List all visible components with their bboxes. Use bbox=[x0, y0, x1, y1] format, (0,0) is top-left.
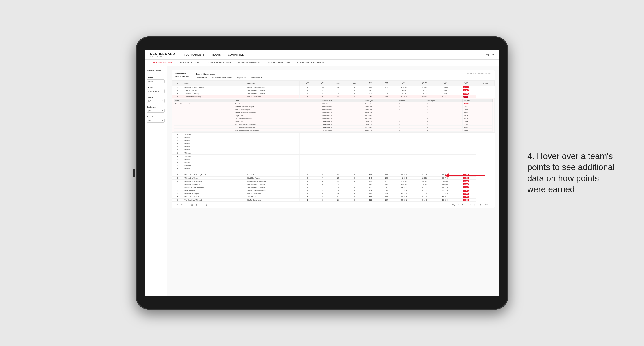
table-row[interactable]: 6Univers... bbox=[172, 136, 494, 139]
tab-team-h2h-heatmap[interactable]: TEAM H2H HEATMAP bbox=[202, 60, 235, 66]
table-row[interactable]: 20University of New MexicoMountain West … bbox=[172, 180, 494, 183]
undo-icon[interactable]: ↩ bbox=[176, 203, 178, 206]
table-row[interactable]: 14Georgia bbox=[172, 161, 494, 164]
table-row[interactable]: 13Univers... bbox=[172, 158, 494, 161]
content-area: CommitteePortal Review Team Standings Ge… bbox=[167, 66, 499, 296]
inner-table-row: OFCC Fighting Illini InvitationalNCAA Di… bbox=[174, 126, 492, 129]
col-vs50: Vs Top50 bbox=[455, 81, 476, 86]
table-row[interactable]: 16Univers... bbox=[172, 167, 494, 170]
table-row[interactable]: 3Vanderbilt University Southeastern Conf… bbox=[172, 92, 494, 95]
table-row[interactable]: 25University of North FloridaASUN Confer… bbox=[172, 195, 494, 198]
nav-teams[interactable]: TEAMS bbox=[212, 52, 221, 57]
table-row[interactable]: 1 University of North Carolina Atlantic … bbox=[172, 86, 494, 89]
school-chevron: ▾ bbox=[162, 120, 163, 122]
nav-items: TOURNAMENTS TEAMS COMMITTEE bbox=[184, 52, 482, 57]
sign-out-button[interactable]: Sign out bbox=[482, 53, 494, 56]
table-row[interactable]: 17 bbox=[172, 170, 494, 173]
table-row[interactable]: 26The Ohio State UniversityBig Ten Confe… bbox=[172, 198, 494, 202]
tab-player-h2h-grid[interactable]: PLAYER H2H GRID bbox=[264, 60, 294, 66]
conference-select[interactable]: (All) ▾ bbox=[147, 109, 165, 113]
toolbar-actions: 👁 Watch ▾ 💬 ⊞ ⤴ bbox=[462, 204, 491, 206]
points-value-22[interactable]: 88.41 bbox=[463, 186, 469, 188]
table-row[interactable]: 5Texas T... bbox=[172, 133, 494, 136]
table-row[interactable]: 23Duke UniversityAtlantic Coast Conferen… bbox=[172, 189, 494, 192]
table-row[interactable]: 11Univers... bbox=[172, 152, 494, 155]
inner-col-w-points: W Points bbox=[463, 99, 492, 102]
conference-value: (All) bbox=[148, 110, 151, 112]
division-select[interactable]: NCAA Division I ▾ bbox=[147, 89, 165, 93]
share-button[interactable]: ⤴ Share bbox=[485, 204, 491, 206]
region-select[interactable]: N/A ▾ bbox=[147, 99, 165, 103]
school-select[interactable]: (All) ▾ bbox=[147, 119, 165, 123]
points-value-3[interactable]: 90.20 bbox=[463, 93, 469, 95]
inner-col-rounds: Rounds bbox=[398, 99, 425, 102]
points-value-23[interactable]: 88.71 bbox=[463, 189, 469, 192]
copy-icon[interactable]: ⊞ bbox=[190, 203, 194, 206]
table-row[interactable]: 15East Ten... bbox=[172, 164, 494, 167]
sidebar-section-conference: Conference (All) ▾ bbox=[147, 106, 165, 113]
table-row[interactable]: 18University of California, BerkeleyPac-… bbox=[172, 173, 494, 176]
table-row[interactable]: 9Univers... bbox=[172, 145, 494, 148]
plus-icon[interactable]: ⊕ bbox=[195, 203, 198, 206]
inner-table-row: Amer Ari IntercollegiateNCAA Division IS… bbox=[174, 108, 492, 111]
redo-icon[interactable]: ↪ bbox=[180, 203, 184, 206]
nav-bar: SCOREBOARD Powered by clippi TOURNAMENTS… bbox=[145, 50, 499, 60]
points-value-2[interactable]: 93.31 bbox=[463, 89, 469, 91]
minus-icon[interactable]: − bbox=[200, 203, 203, 206]
comment-button[interactable]: 💬 bbox=[474, 204, 476, 206]
skip-icon[interactable]: ⟩ bbox=[185, 203, 188, 206]
points-value-19[interactable]: 88.70 bbox=[463, 177, 469, 179]
nav-committee[interactable]: COMMITTEE bbox=[228, 52, 244, 57]
table-row[interactable]: 21University of AlabamaSoutheastern Conf… bbox=[172, 183, 494, 186]
conference-chevron: ▾ bbox=[162, 110, 163, 112]
points-value-24[interactable]: 88.14 bbox=[463, 193, 469, 195]
clock-icon[interactable]: ⏱ bbox=[205, 203, 208, 206]
division-chevron: ▾ bbox=[162, 90, 163, 92]
col-overall: OverallRecord bbox=[414, 81, 435, 86]
tab-bar: TEAM SUMMARY TEAM H2H GRID TEAM H2H HEAT… bbox=[145, 60, 499, 66]
table-row[interactable]: 12Univers... bbox=[172, 155, 494, 158]
nav-tournaments[interactable]: TOURNAMENTS bbox=[184, 52, 204, 57]
table-row[interactable]: 10Univers... bbox=[172, 148, 494, 152]
points-value-20[interactable]: 88.49 bbox=[463, 180, 469, 182]
watch-button[interactable]: 👁 Watch ▾ bbox=[462, 204, 470, 206]
points-value-4[interactable]: 79.5 bbox=[463, 96, 468, 98]
col-vs25: Vs Top25 bbox=[435, 81, 455, 86]
sidebar-section-region: Region N/A ▾ bbox=[147, 96, 165, 103]
table-row[interactable]: 7Univers... bbox=[172, 139, 494, 142]
points-value-21[interactable]: 88.48 bbox=[463, 183, 469, 185]
region-chevron: ▾ bbox=[162, 100, 163, 102]
col-low-score: LowScore bbox=[394, 81, 414, 86]
table-row[interactable]: 22Mississippi State UniversitySoutheaste… bbox=[172, 186, 494, 189]
tab-player-summary[interactable]: PLAYER SUMMARY bbox=[234, 60, 264, 66]
view-selector[interactable]: View: Original ▾ bbox=[447, 204, 459, 206]
inner-table-row: 2023 Sahalee Players ChampionshipNCAA Di… bbox=[174, 129, 492, 132]
points-value-25[interactable]: 88.09 bbox=[463, 196, 469, 198]
committee-portal-title: CommitteePortal Review bbox=[176, 73, 196, 78]
col-no-tour: NoTour bbox=[316, 81, 330, 86]
min-rounds-slider[interactable] bbox=[147, 73, 165, 73]
sidebar-label-division: Division bbox=[147, 86, 165, 88]
table-row-expanded-trigger[interactable]: 4Arizona State University Pac-12 Confere… bbox=[172, 95, 494, 98]
table-row[interactable]: 8Univers... bbox=[172, 142, 494, 145]
col-rank: # bbox=[172, 81, 183, 86]
school-value: (All) bbox=[148, 120, 151, 122]
export-icon: ⊞ bbox=[480, 204, 481, 206]
table-row[interactable]: 19University of TexasBig 12 Conference 3… bbox=[172, 176, 494, 180]
gender-value: Men's bbox=[148, 80, 153, 82]
tab-team-summary[interactable]: TEAM SUMMARY bbox=[149, 60, 176, 66]
gender-select[interactable]: Men's ▾ bbox=[147, 79, 165, 83]
export-button[interactable]: ⊞ bbox=[480, 204, 481, 206]
filter-row: Gender: Men's Division: NCAA Division I … bbox=[196, 77, 467, 79]
tab-team-h2h-grid[interactable]: TEAM H2H GRID bbox=[176, 60, 202, 66]
tab-player-h2h-heatmap[interactable]: PLAYER H2H HEATMAP bbox=[294, 60, 328, 66]
col-avg-sg: Avg.SG bbox=[379, 81, 394, 86]
points-value-26[interactable]: 88.94 bbox=[463, 199, 469, 201]
inner-table-row: Williams CupNCAA Division IStroke Play3+… bbox=[174, 120, 492, 123]
side-button[interactable] bbox=[133, 169, 135, 177]
points-value-1[interactable]: 97.02 bbox=[463, 86, 469, 88]
points-value-18[interactable]: 88.07 bbox=[463, 174, 469, 176]
table-row[interactable]: 24University of OregonPac-12 Conference … bbox=[172, 192, 494, 195]
table-row[interactable]: 2Auburn University Southeastern Conferen… bbox=[172, 89, 494, 92]
share-icon: ⤴ bbox=[485, 204, 486, 206]
